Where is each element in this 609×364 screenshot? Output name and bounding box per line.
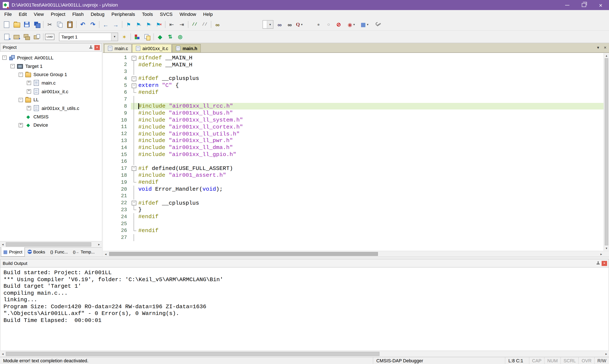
build-output-log[interactable]: Build started: Project: Air001LL*** Usin… <box>0 268 609 351</box>
bookmark-next-icon[interactable] <box>134 20 144 29</box>
pack-installer-icon[interactable] <box>165 32 175 41</box>
bookmark-icon[interactable] <box>123 20 134 29</box>
line-number[interactable]: 11 <box>111 124 131 130</box>
line-number[interactable]: 20 <box>111 186 131 192</box>
line-number[interactable]: 19 <box>111 179 131 185</box>
target-combo[interactable]: Target 1 <box>59 32 118 41</box>
code-line[interactable]: 22-#ifdef __cplusplus <box>103 200 604 207</box>
editor-vertical-scrollbar[interactable]: ▲ ▼ <box>604 53 609 251</box>
line-number[interactable]: 18 <box>111 172 131 178</box>
code-line[interactable]: 6#endif <box>103 89 604 96</box>
line-number[interactable]: 8 <box>111 103 131 109</box>
tree-item-main-c[interactable]: +main.c <box>0 79 102 87</box>
line-number[interactable]: 12 <box>111 131 131 137</box>
tree-item-target-1[interactable]: -Target 1 <box>0 62 102 70</box>
line-number[interactable]: 16 <box>111 158 131 164</box>
comment-icon[interactable] <box>189 20 200 29</box>
code-line[interactable]: 21 <box>103 193 604 200</box>
breakpoint-disable-icon[interactable] <box>324 20 334 29</box>
menu-item-svcs[interactable]: SVCS <box>157 11 176 18</box>
panel-tab-books[interactable]: Books <box>25 247 48 257</box>
scroll-up-icon[interactable]: ▲ <box>604 53 609 58</box>
rte-icon[interactable] <box>155 32 165 41</box>
save-all-icon[interactable] <box>32 20 42 29</box>
save-icon[interactable] <box>22 20 32 29</box>
panel-tab-temp[interactable]: Temp... <box>71 247 97 257</box>
scroll-down-icon[interactable]: ▼ <box>604 246 609 251</box>
code-line[interactable]: 5-extern "C" { <box>103 82 604 89</box>
editor-tab-air001xx-it-c[interactable]: air001xx_it.c <box>132 44 172 52</box>
open-icon[interactable] <box>12 20 22 29</box>
code-line[interactable]: 4-#ifdef __cplusplus <box>103 75 604 82</box>
nav-back-icon[interactable] <box>101 20 111 29</box>
line-number[interactable]: 24 <box>111 214 131 220</box>
menu-item-tools[interactable]: Tools <box>138 11 157 18</box>
line-number[interactable]: 2 <box>111 62 131 68</box>
cut-icon[interactable] <box>45 20 55 29</box>
fold-collapse-icon[interactable]: - <box>132 83 136 88</box>
options-wand-icon[interactable] <box>119 32 129 41</box>
line-number[interactable]: 10 <box>111 117 131 123</box>
tree-expander[interactable]: - <box>19 98 23 102</box>
code-line[interactable]: 1-#ifndef __MAIN_H <box>103 54 604 61</box>
menu-item-project[interactable]: Project <box>47 11 69 18</box>
search-combo[interactable] <box>263 20 273 29</box>
new-file-icon[interactable] <box>1 20 12 29</box>
tree-item-air001xx-it-c[interactable]: +air001xx_it.c <box>0 87 102 96</box>
editor-horizontal-scrollbar[interactable]: ◄ ► <box>103 251 604 257</box>
tree-item-project-air001ll[interactable]: -Project: Air001LL <box>0 53 102 62</box>
fold-collapse-icon[interactable]: - <box>132 166 136 171</box>
code-line[interactable]: 3 <box>103 68 604 75</box>
incremental-find-icon[interactable] <box>295 20 305 29</box>
rebuild-icon[interactable] <box>22 32 32 41</box>
build-output-scrollbar[interactable]: ◄ ► <box>0 351 609 357</box>
debugger-status[interactable]: CMSIS-DAP Debugger <box>373 357 426 364</box>
menu-item-edit[interactable]: Edit <box>15 11 30 18</box>
code-line[interactable]: 27 <box>103 234 604 241</box>
pin-icon[interactable] <box>89 45 93 50</box>
scrollbar-thumb[interactable] <box>6 352 380 356</box>
line-number[interactable]: 7 <box>111 96 131 102</box>
fold-marker[interactable]: - <box>131 54 137 61</box>
tree-item-ll[interactable]: -LL <box>0 96 102 104</box>
tree-item-air001xx-ll-utils-c[interactable]: +air001xx_ll_utils.c <box>0 104 102 112</box>
tree-item-cmsis[interactable]: CMSIS <box>0 112 102 121</box>
horizontal-splitter[interactable] <box>0 257 609 259</box>
paste-icon[interactable] <box>65 20 75 29</box>
line-number[interactable]: 25 <box>111 221 131 227</box>
indent-icon[interactable] <box>177 20 187 29</box>
nav-forward-icon[interactable] <box>111 20 121 29</box>
code-line[interactable]: 15#include "air001xx_ll_gpio.h" <box>103 151 604 158</box>
tree-expander[interactable]: + <box>27 106 31 110</box>
find-in-files-icon[interactable] <box>275 20 285 29</box>
fold-marker[interactable]: - <box>131 75 137 82</box>
fold-marker[interactable]: - <box>131 82 137 89</box>
editor-tab-main-c[interactable]: main.c <box>104 44 132 52</box>
line-number[interactable]: 17 <box>111 166 131 171</box>
scroll-left-icon[interactable]: ◄ <box>0 351 5 357</box>
menu-item-window[interactable]: Window <box>176 11 200 18</box>
unindent-icon[interactable] <box>167 20 177 29</box>
line-number[interactable]: 14 <box>111 145 131 151</box>
code-line[interactable]: 8#include "air001xx_ll_rcc.h" <box>103 103 604 110</box>
file-extensions-icon[interactable] <box>142 32 152 41</box>
tree-expander[interactable]: + <box>27 81 31 85</box>
tab-list-dropdown-button[interactable]: ▼ <box>596 45 601 51</box>
line-number[interactable]: 1 <box>111 55 131 61</box>
tree-expander[interactable]: - <box>2 56 7 60</box>
scrollbar-thumb[interactable] <box>109 252 378 256</box>
menu-item-flash[interactable]: Flash <box>69 11 87 18</box>
fold-collapse-icon[interactable]: - <box>132 201 136 206</box>
scroll-right-icon[interactable]: ► <box>604 351 609 357</box>
close-button[interactable]: × <box>592 0 609 10</box>
breakpoint-icon[interactable] <box>313 20 324 29</box>
code-line[interactable]: 14#include "air001xx_ll_dma.h" <box>103 144 604 151</box>
tree-item-device[interactable]: +Device <box>0 121 102 129</box>
line-number[interactable]: 15 <box>111 152 131 157</box>
tree-expander[interactable]: - <box>19 73 23 77</box>
fold-collapse-icon[interactable]: - <box>132 77 136 81</box>
find-replace-icon[interactable] <box>212 20 223 29</box>
build-output-close-button[interactable] <box>602 261 607 266</box>
editor-tab-main-h[interactable]: main.h <box>172 44 201 52</box>
line-number[interactable]: 21 <box>111 193 131 199</box>
